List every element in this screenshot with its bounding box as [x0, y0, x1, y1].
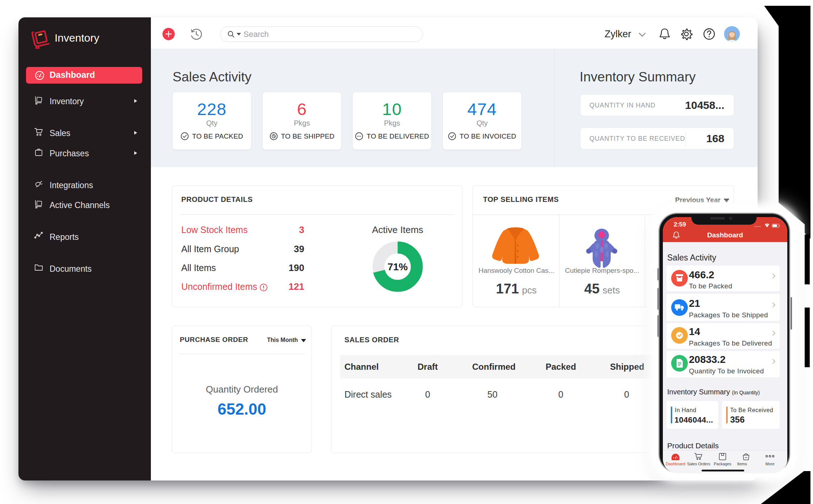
svg-text:71%: 71% — [388, 261, 408, 272]
